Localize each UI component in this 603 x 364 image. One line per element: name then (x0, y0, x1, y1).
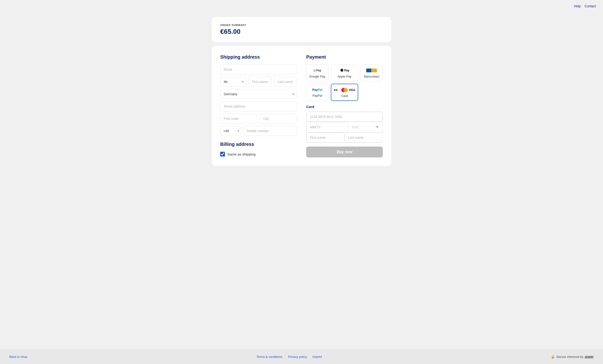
back-to-shop-link[interactable]: Back to shop (10, 355, 27, 359)
phone-code-wrapper: +49 +43 +41 +33 +31 +32 (220, 126, 241, 136)
card-first-name-input[interactable] (306, 133, 345, 142)
country-wrapper: Germany Austria Switzerland France Nethe… (220, 89, 297, 99)
same-as-shipping-checkbox[interactable] (220, 152, 225, 156)
left-column: Shipping address Mr. Mrs. Ms. Dr. (220, 54, 297, 157)
card-name-row (306, 133, 383, 142)
order-summary-amount: €65.00 (220, 28, 383, 35)
help-link[interactable]: Help (574, 4, 581, 8)
payment-section: Payment GPay Google Pay (306, 54, 383, 157)
apple-pay-icon: Pay (340, 68, 349, 73)
street-field[interactable] (220, 101, 297, 111)
billing-section: Billing address Same as shipping (220, 141, 297, 156)
header: Help Contact (0, 0, 603, 12)
secure-label: Secure checkout by (556, 355, 583, 359)
salutation-wrapper: Mr. Mrs. Ms. Dr. (220, 77, 246, 87)
paypal-label: PayPal (312, 94, 322, 97)
card-number-input[interactable] (306, 112, 383, 122)
terms-link[interactable]: Terms & conditions (256, 355, 282, 359)
apple-pay-label: Apple Pay (337, 75, 351, 78)
city-field[interactable] (260, 114, 297, 124)
billing-title: Billing address (220, 141, 297, 147)
card-last-name-input[interactable] (345, 133, 383, 142)
email-field[interactable] (220, 65, 297, 74)
lock-icon: 🔒 (551, 355, 555, 359)
bancontact-icon (366, 68, 377, 73)
google-pay-icon: GPay (313, 68, 321, 73)
card-fields: 👁 (306, 112, 383, 143)
expiry-input[interactable] (306, 122, 348, 132)
order-summary-card: ORDER SUMMARY €65.00 (212, 17, 391, 42)
name-group: Mr. Mrs. Ms. Dr. (220, 77, 297, 87)
phone-code-select[interactable]: +49 +43 +41 +33 +31 +32 (220, 126, 241, 136)
google-pay-label: Google Pay (309, 75, 325, 78)
shipping-section: Shipping address Mr. Mrs. Ms. Dr. (220, 54, 297, 136)
main-content: ORDER SUMMARY €65.00 Shipping address Mr… (0, 12, 603, 349)
postcode-field[interactable] (220, 114, 257, 124)
footer-center: Terms & conditions Privacy policy Imprin… (256, 355, 322, 359)
bancontact-btn[interactable]: Bancontact (360, 65, 383, 81)
apple-pay-btn[interactable]: Pay Apple Pay (331, 65, 358, 81)
order-summary-label: ORDER SUMMARY (220, 24, 383, 26)
card-icon: ◈◈ | VISA (334, 87, 355, 93)
same-as-shipping-row: Same as shipping (220, 152, 297, 156)
bancontact-label: Bancontact (364, 75, 379, 78)
payment-title: Payment (306, 54, 383, 60)
same-as-shipping-label: Same as shipping (227, 152, 255, 156)
footer: Back to shop Terms & conditions Privacy … (0, 349, 603, 364)
unzer-brand: unzer (585, 355, 593, 359)
card-number-row (306, 112, 383, 122)
shipping-title: Shipping address (220, 54, 297, 60)
country-select[interactable]: Germany Austria Switzerland France Nethe… (220, 89, 297, 99)
first-name-field[interactable] (249, 77, 271, 87)
contact-link[interactable]: Contact (585, 4, 596, 8)
card-btn[interactable]: ◈◈ | VISA Card (331, 84, 358, 101)
buy-now-button[interactable]: Buy now (306, 147, 383, 157)
card-section-title: Card (306, 105, 383, 109)
paypal-btn[interactable]: PayPal PayPal (306, 84, 328, 101)
mobile-field[interactable] (243, 126, 297, 136)
privacy-link[interactable]: Privacy policy (288, 355, 307, 359)
email-group (220, 65, 297, 74)
card-label: Card (341, 94, 348, 98)
paypal-icon: PayPal (312, 87, 323, 93)
last-name-field[interactable] (274, 77, 297, 87)
phone-wrapper: +49 +43 +41 +33 +31 +32 (220, 126, 297, 136)
eye-icon[interactable]: 👁 (375, 125, 379, 129)
salutation-select[interactable]: Mr. Mrs. Ms. Dr. (220, 77, 246, 87)
cvc-wrapper: 👁 (348, 122, 383, 132)
footer-left: Back to shop (10, 354, 27, 359)
google-pay-btn[interactable]: GPay Google Pay (306, 65, 328, 81)
name-row: Mr. Mrs. Ms. Dr. (220, 77, 297, 87)
checkout-card: Shipping address Mr. Mrs. Ms. Dr. (212, 46, 391, 166)
footer-right: 🔒 Secure checkout by unzer (551, 355, 593, 359)
payment-methods: GPay Google Pay Pay Apple Pay (306, 65, 383, 101)
expiry-cvc-row: 👁 (306, 122, 383, 133)
postcode-city-row (220, 114, 297, 124)
imprint-link[interactable]: Imprint (313, 355, 322, 359)
address-group: Germany Austria Switzerland France Nethe… (220, 89, 297, 136)
